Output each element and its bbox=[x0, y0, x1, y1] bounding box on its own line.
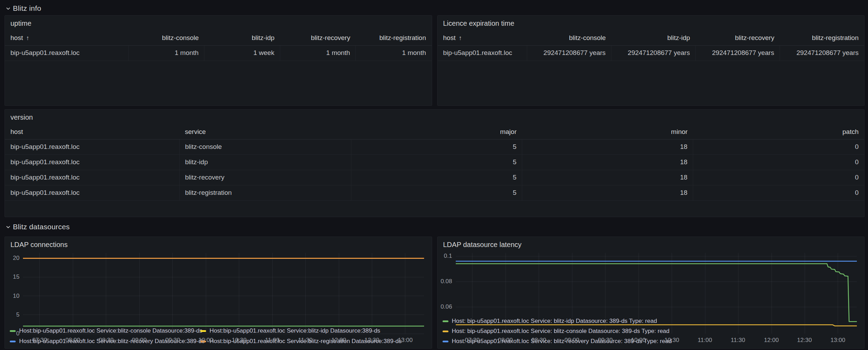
x-axis-tick: 12:00 bbox=[324, 337, 353, 344]
x-axis-tick: 11:00 bbox=[690, 337, 720, 344]
x-axis-tick: 09:00 bbox=[557, 337, 587, 344]
column-header-blitz-console[interactable]: blitz-console bbox=[128, 31, 204, 45]
panel-version: version hostservicemajorminorpatchbip-u5… bbox=[5, 109, 865, 217]
y-axis-tick: 0.08 bbox=[440, 278, 452, 285]
column-header-patch[interactable]: patch bbox=[693, 125, 864, 139]
y-axis-tick: 0.1 bbox=[440, 253, 452, 260]
panel-title-licence[interactable]: Licence expiration time bbox=[438, 16, 865, 28]
table-row: bip-u5app01.reaxoft.locblitz-idp5180 bbox=[5, 154, 864, 170]
cell: bip-u5app01.reaxoft.loc bbox=[5, 154, 179, 170]
panel-title-ldap-connections[interactable]: LDAP connections bbox=[5, 237, 432, 249]
column-header-blitz-console[interactable]: blitz-console bbox=[527, 31, 611, 45]
cell: blitz-console bbox=[179, 139, 351, 154]
y-axis-tick: 0.06 bbox=[440, 303, 452, 310]
cell: 0 bbox=[693, 185, 864, 200]
column-header-blitz-registration[interactable]: blitz-registration bbox=[780, 31, 864, 45]
cell: 5 bbox=[351, 139, 522, 154]
series-line bbox=[456, 264, 857, 321]
cell: 1 month bbox=[356, 45, 432, 61]
section-header-blitz-info[interactable]: Blitz info bbox=[5, 1, 865, 15]
x-axis-tick: 10:30 bbox=[657, 337, 687, 344]
section-title-blitz-info: Blitz info bbox=[13, 4, 41, 13]
row-version: version hostservicemajorminorpatchbip-u5… bbox=[5, 109, 865, 217]
column-header-blitz-recovery[interactable]: blitz-recovery bbox=[280, 31, 356, 45]
column-header-host[interactable]: host bbox=[5, 125, 179, 139]
section-header-blitz-datasources[interactable]: Blitz datasources bbox=[5, 217, 865, 237]
cell: bip-u5app01.reaxoft.loc bbox=[438, 45, 527, 61]
plot-area[interactable] bbox=[440, 250, 862, 344]
uptime-table: host↑blitz-consoleblitz-idpblitz-recover… bbox=[5, 28, 432, 61]
cell: 18 bbox=[522, 170, 693, 185]
x-axis-tick: 09:00 bbox=[125, 337, 154, 344]
x-axis-tick: 08:00 bbox=[58, 337, 87, 344]
panel-title-version[interactable]: version bbox=[5, 110, 864, 122]
grafana-dashboard: Blitz info uptime host↑blitz-consoleblit… bbox=[0, 0, 868, 350]
panel-title-uptime[interactable]: uptime bbox=[5, 16, 432, 28]
table-row: bip-u5app01.reaxoft.loc1 month1 week1 mo… bbox=[5, 45, 432, 61]
column-header-blitz-idp[interactable]: blitz-idp bbox=[611, 31, 696, 45]
ldap-connections-chart[interactable]: 0510152007:3008:0008:3009:0009:3010:0010… bbox=[7, 250, 430, 327]
cell: 1 month bbox=[128, 45, 204, 61]
column-header-minor[interactable]: minor bbox=[522, 125, 693, 139]
series-line bbox=[456, 325, 857, 326]
y-axis-tick: 10 bbox=[7, 293, 19, 300]
ldap-latency-chart[interactable]: 0.060.080.107:3008:0008:3009:0009:3010:0… bbox=[440, 250, 862, 317]
section-title-blitz-datasources: Blitz datasources bbox=[13, 223, 70, 231]
x-axis-tick: 13:00 bbox=[391, 337, 420, 344]
table-row: bip-u5app01.reaxoft.locblitz-recovery518… bbox=[5, 170, 864, 185]
column-header-major[interactable]: major bbox=[351, 125, 522, 139]
column-header-service[interactable]: service bbox=[179, 125, 351, 139]
x-axis-tick: 09:30 bbox=[158, 337, 187, 344]
column-header-blitz-recovery[interactable]: blitz-recovery bbox=[696, 31, 780, 45]
plot-area[interactable] bbox=[7, 250, 430, 344]
x-axis-tick: 07:30 bbox=[25, 337, 54, 344]
x-axis-tick: 11:00 bbox=[258, 337, 287, 344]
licence-table: host↑blitz-consoleblitz-idpblitz-recover… bbox=[438, 28, 865, 61]
panel-title-ldap-latency[interactable]: LDAP datasource latency bbox=[438, 237, 865, 249]
column-header-host[interactable]: host↑ bbox=[438, 31, 527, 45]
x-axis-tick: 13:00 bbox=[823, 337, 853, 344]
x-axis-tick: 12:30 bbox=[357, 337, 386, 344]
panel-uptime: uptime host↑blitz-consoleblitz-idpblitz-… bbox=[5, 15, 432, 106]
cell: 292471208677 years bbox=[696, 45, 780, 61]
x-axis-tick: 07:30 bbox=[458, 337, 487, 344]
cell: 5 bbox=[351, 185, 522, 200]
x-axis-tick: 08:30 bbox=[92, 337, 121, 344]
table-row: bip-u5app01.reaxoft.locblitz-console5180 bbox=[5, 139, 864, 154]
column-header-blitz-registration[interactable]: blitz-registration bbox=[356, 31, 432, 45]
cell: 292471208677 years bbox=[611, 45, 696, 61]
cell: 0 bbox=[693, 154, 864, 170]
y-axis-tick: 5 bbox=[7, 311, 19, 318]
x-axis-tick: 12:30 bbox=[790, 337, 819, 344]
column-header-blitz-idp[interactable]: blitz-idp bbox=[204, 31, 280, 45]
x-axis-tick: 12:00 bbox=[757, 337, 786, 344]
cell: 18 bbox=[522, 139, 693, 154]
table-row: bip-u5app01.reaxoft.locblitz-registratio… bbox=[5, 185, 864, 200]
panel-ldap-datasource-latency: LDAP datasource latency 0.060.080.107:30… bbox=[437, 237, 865, 349]
x-axis-tick: 10:00 bbox=[624, 337, 653, 344]
cell: bip-u5app01.reaxoft.loc bbox=[5, 45, 128, 61]
row-blitz-datasources: LDAP connections 0510152007:3008:0008:30… bbox=[5, 237, 865, 349]
cell: 0 bbox=[693, 139, 864, 154]
chevron-down-icon bbox=[5, 223, 11, 230]
panel-ldap-connections: LDAP connections 0510152007:3008:0008:30… bbox=[5, 237, 432, 349]
x-axis-tick: 10:30 bbox=[225, 337, 254, 344]
y-axis-tick: 0 bbox=[7, 330, 19, 337]
cell: 18 bbox=[522, 154, 693, 170]
cell: bip-u5app01.reaxoft.loc bbox=[5, 170, 179, 185]
chevron-down-icon bbox=[5, 5, 11, 12]
cell: bip-u5app01.reaxoft.loc bbox=[5, 185, 179, 200]
cell: 5 bbox=[351, 154, 522, 170]
row-blitz-info: uptime host↑blitz-consoleblitz-idpblitz-… bbox=[5, 15, 865, 106]
table-row: bip-u5app01.reaxoft.loc292471208677 year… bbox=[438, 45, 865, 61]
cell: 5 bbox=[351, 170, 522, 185]
x-axis-tick: 08:00 bbox=[491, 337, 520, 344]
cell: 18 bbox=[522, 185, 693, 200]
y-axis-tick: 15 bbox=[7, 273, 19, 280]
column-header-host[interactable]: host↑ bbox=[5, 31, 128, 45]
cell: 292471208677 years bbox=[527, 45, 611, 61]
x-axis-tick: 11:30 bbox=[291, 337, 320, 344]
cell: blitz-recovery bbox=[179, 170, 351, 185]
x-axis-tick: 09:30 bbox=[591, 337, 620, 344]
cell: blitz-idp bbox=[179, 154, 351, 170]
